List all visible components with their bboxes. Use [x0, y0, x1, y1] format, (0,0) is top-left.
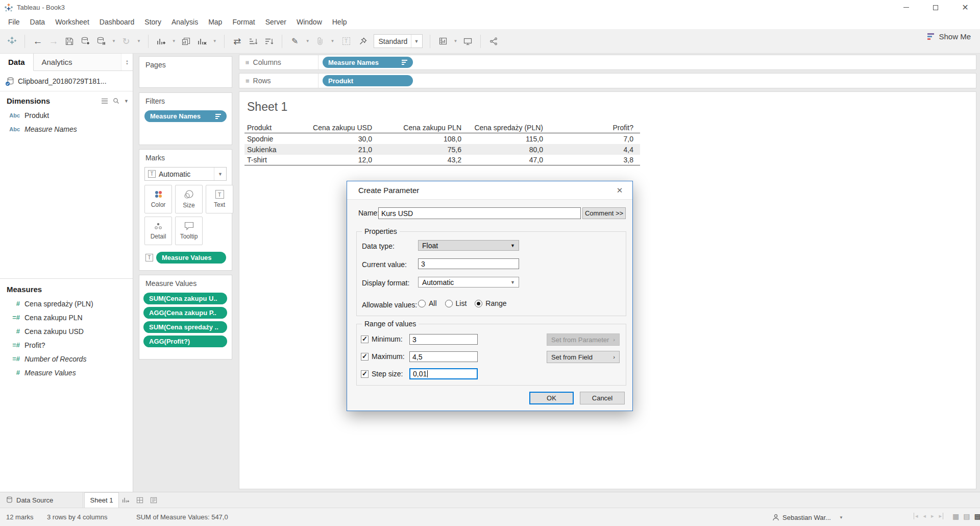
marks-pill-measure-values[interactable]: Measure Values [156, 252, 226, 264]
table-cell[interactable]: 43,2 [372, 156, 461, 164]
new-worksheet-icon[interactable] [156, 34, 167, 49]
table-cell[interactable]: 12,0 [306, 156, 372, 164]
detail-button[interactable]: Detail [144, 217, 172, 245]
show-filmstrip-icon[interactable]: ▦ [952, 512, 959, 520]
find-field-icon[interactable] [113, 98, 119, 104]
col-header-profit[interactable]: Profit? [543, 124, 633, 132]
measure-profit[interactable]: =# Profit? [0, 338, 133, 352]
menu-help[interactable]: Help [327, 15, 352, 29]
rows-shelf[interactable]: ≡ Rows Produkt [239, 73, 976, 88]
new-worksheet-caret[interactable]: ▼ [172, 39, 176, 43]
menu-dashboard[interactable]: Dashboard [94, 15, 140, 29]
dialog-titlebar[interactable]: Create Parameter [347, 181, 632, 200]
highlight-icon[interactable]: ✎ [289, 34, 301, 49]
data-source-tab[interactable]: Data Source [0, 492, 83, 508]
last-page-icon[interactable]: ▸ [939, 513, 944, 519]
view-as-list-icon[interactable] [101, 98, 108, 104]
undo-icon[interactable]: ← [32, 34, 43, 49]
tableau-home-icon[interactable] [6, 34, 17, 49]
measure-measure-values[interactable]: # Measure Values [0, 366, 133, 379]
redo-icon[interactable]: → [48, 34, 59, 49]
table-cell[interactable]: 108,0 [372, 135, 461, 143]
datasource-item[interactable]: Clipboard_20180729T181... [0, 71, 133, 91]
table-cell[interactable]: 115,0 [461, 135, 543, 143]
show-grid-icon[interactable]: ▩ [974, 512, 980, 520]
mv-pill-sum-cena-spredazy[interactable]: SUM(Cena spredaży .. [143, 321, 227, 333]
fit-selector-caret[interactable]: ▼ [411, 35, 422, 47]
dimension-produkt[interactable]: Abc Produkt [0, 108, 133, 122]
fit-selector[interactable]: Standard ▼ [374, 34, 423, 48]
refresh-icon[interactable]: ↻ [120, 34, 132, 49]
window-minimize-button[interactable] [891, 0, 921, 15]
row-header[interactable]: Spodnie [244, 135, 306, 143]
table-cell[interactable]: 7,0 [543, 135, 633, 143]
row-header[interactable]: Sukienka [244, 146, 306, 154]
col-header-cena-zakupu-usd[interactable]: Cena zakupu USD [306, 124, 372, 132]
show-hide-cards-icon[interactable] [437, 34, 449, 49]
table-cell[interactable]: 4,4 [543, 146, 633, 154]
radio-range[interactable] [475, 300, 482, 307]
menu-server[interactable]: Server [260, 15, 291, 29]
dimension-measure-names[interactable]: Abc Measure Names [0, 122, 133, 136]
current-value-input[interactable]: 3 [418, 258, 519, 269]
size-button[interactable]: Size [175, 185, 203, 213]
menu-format[interactable]: Format [227, 15, 260, 29]
radio-list[interactable] [445, 300, 453, 307]
data-type-dropdown[interactable]: Float ▼ [418, 240, 519, 251]
name-input[interactable]: Kurs USD [378, 207, 581, 219]
radio-list-label[interactable]: List [456, 299, 467, 307]
columns-shelf[interactable]: ≡ Columns Measure Names [239, 55, 976, 70]
pill-filter-icon[interactable] [215, 114, 221, 119]
radio-all-label[interactable]: All [429, 299, 437, 307]
col-header-cena-spredazy[interactable]: Cena spredaży (PLN) [461, 124, 543, 132]
menu-file[interactable]: File [3, 15, 25, 29]
duplicate-sheet-icon[interactable] [181, 34, 192, 49]
measure-number-of-records[interactable]: =# Number of Records [0, 352, 133, 366]
step-size-checkbox[interactable] [361, 370, 369, 378]
save-icon[interactable] [64, 34, 75, 49]
menu-window[interactable]: Window [291, 15, 327, 29]
maximum-input[interactable]: 4,5 [409, 351, 478, 362]
table-cell[interactable]: 75,6 [372, 146, 461, 154]
show-hide-cards-caret[interactable]: ▼ [454, 39, 458, 43]
display-format-dropdown[interactable]: Automatic ▼ [418, 277, 519, 288]
tab-sheet-1[interactable]: Sheet 1 [84, 492, 119, 508]
pause-updates-caret[interactable]: ▼ [112, 39, 116, 43]
rows-pill-produkt[interactable]: Produkt [323, 75, 413, 86]
window-maximize-button[interactable] [921, 0, 950, 15]
fix-axes-pin-icon[interactable] [358, 34, 369, 49]
menu-worksheet[interactable]: Worksheet [50, 15, 94, 29]
mv-pill-agg-profit[interactable]: AGG(Profit?) [143, 336, 227, 347]
mark-type-caret[interactable]: ▼ [214, 168, 226, 180]
text-annotation-icon[interactable]: T [339, 34, 353, 49]
prev-page-icon[interactable]: ◂ [923, 513, 926, 519]
filter-pill-measure-names[interactable]: Measure Names [144, 110, 227, 122]
clear-sheet-caret[interactable]: ▼ [213, 39, 217, 43]
mark-type-dropdown[interactable]: T Automatic ▼ [144, 167, 227, 181]
dimensions-menu-caret[interactable]: ▼ [124, 99, 129, 104]
col-header-cena-zakupu-pln[interactable]: Cena zakupu PLN [372, 124, 461, 132]
share-icon[interactable] [488, 34, 499, 49]
dialog-close-icon[interactable]: ✕ [614, 186, 625, 196]
radio-all[interactable] [418, 300, 426, 307]
comment-button[interactable]: Comment >> [582, 207, 626, 219]
first-page-icon[interactable]: ◂ [914, 513, 918, 519]
sort-descending-icon[interactable] [263, 34, 275, 49]
minimum-input[interactable]: 3 [409, 334, 478, 345]
step-size-input[interactable]: 0,01 [409, 368, 478, 379]
table-cell[interactable]: 80,0 [461, 146, 543, 154]
maximum-checkbox[interactable] [361, 353, 369, 361]
show-list-icon[interactable]: ▤ [963, 512, 970, 520]
minimum-checkbox[interactable] [361, 336, 369, 343]
text-button[interactable]: T Text [206, 185, 233, 213]
mv-pill-sum-cena-zakupu-usd[interactable]: SUM(Cena zakupu U.. [143, 293, 227, 304]
next-page-icon[interactable]: ▸ [931, 513, 934, 519]
color-button[interactable]: Color [144, 185, 172, 213]
measure-cena-zakupu-usd[interactable]: # Cena zakupu USD [0, 324, 133, 338]
table-cell[interactable]: 30,0 [306, 135, 372, 143]
measure-cena-zakupu-pln[interactable]: =# Cena zakupu PLN [0, 310, 133, 324]
ok-button[interactable]: OK [529, 392, 574, 404]
menu-story[interactable]: Story [139, 15, 166, 29]
tooltip-button[interactable]: Tooltip [175, 217, 203, 245]
col-header-produkt[interactable]: Produkt [244, 124, 306, 132]
